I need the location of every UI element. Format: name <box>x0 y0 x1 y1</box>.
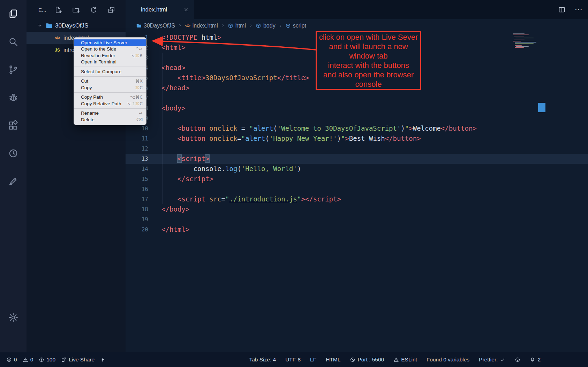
code-token: > <box>205 155 209 162</box>
status-label: Port : 5500 <box>357 357 384 363</box>
line-number: 14 <box>126 164 148 174</box>
activity-item-search[interactable] <box>8 36 19 47</box>
activity-item-edit-pen[interactable] <box>8 176 19 187</box>
tab-index-html[interactable]: index.html <box>126 0 194 19</box>
menu-item-shortcut: ⌘X <box>135 78 143 84</box>
code-token: <button <box>178 124 205 132</box>
code-line-19[interactable]: 19 <box>126 214 588 224</box>
more-actions-button[interactable]: ⋯ <box>575 6 582 14</box>
bell-icon <box>530 357 535 362</box>
new-folder-button[interactable] <box>72 6 80 14</box>
code-line-16[interactable]: 16 <box>126 184 588 194</box>
menu-item-label: Cut <box>81 78 88 84</box>
status-variables[interactable]: Found 0 variables <box>427 357 469 363</box>
menu-separator <box>74 67 146 67</box>
breadcrumb-separator-icon <box>178 23 182 28</box>
activity-item-settings[interactable] <box>8 312 19 323</box>
line-text: <!DOCTYPE html> <box>148 32 221 43</box>
new-file-button[interactable] <box>54 6 62 14</box>
status-warnings[interactable]: 0 <box>23 357 33 363</box>
breadcrumb-item-body[interactable]: body <box>256 23 276 29</box>
status-notifications[interactable]: 2 <box>530 357 541 363</box>
menu-item-open-in-terminal[interactable]: Open in Terminal <box>74 59 146 66</box>
menu-item-open-with-live-server[interactable]: Open with Live Server <box>74 39 146 46</box>
menu-item-delete[interactable]: Delete⌫ <box>74 116 146 123</box>
status-language-mode[interactable]: HTML <box>326 357 340 363</box>
code-line-9[interactable]: 9 <box>126 113 588 123</box>
code-line-8[interactable]: 8<body> <box>126 103 588 113</box>
editor-actions: ⋯ <box>558 0 582 19</box>
code-token: " <box>341 135 345 142</box>
menu-item-label: Copy Path <box>81 94 103 100</box>
smiley-icon <box>515 357 520 362</box>
status-bar-right: Tab Size: 4UTF-8LFHTMLPort : 5500ESLintF… <box>249 357 582 363</box>
code-line-11[interactable]: 11 <button onclick="alert('Happy New Yea… <box>126 133 588 144</box>
line-text: <title>30DaysOfJavaScript</title> <box>148 73 309 83</box>
overview-marker[interactable] <box>538 103 545 112</box>
activity-item-debug[interactable] <box>8 92 19 103</box>
refresh-explorer-icon <box>90 6 98 14</box>
activity-item-extensions[interactable] <box>8 120 19 131</box>
menu-item-copy[interactable]: Copy⌘C <box>74 84 146 91</box>
menu-item-shortcut: ^↵ <box>135 46 143 52</box>
code-line-13[interactable]: 13 <script> <box>126 154 588 164</box>
code-line-7[interactable]: 7 <box>126 93 588 103</box>
annotation-box: click on open with Live Severand it will… <box>316 31 421 90</box>
refresh-explorer-button[interactable] <box>90 6 98 14</box>
code-token: html <box>197 33 217 41</box>
code-line-17[interactable]: 17 <script src="./introduction.js"></scr… <box>126 194 588 204</box>
menu-item-cut[interactable]: Cut⌘X <box>74 78 146 85</box>
minimap[interactable] <box>513 33 543 48</box>
code-token: </button> <box>441 124 477 132</box>
menu-item-select-for-compare[interactable]: Select for Compare <box>74 68 146 75</box>
status-eslint[interactable]: ESLint <box>393 357 417 363</box>
status-info-count[interactable]: 100 <box>39 357 55 363</box>
line-text <box>148 53 161 63</box>
status-label: Prettier: <box>479 357 498 363</box>
code-line-14[interactable]: 14 console.log('Hello, World') <box>126 164 588 174</box>
status-live-share[interactable]: Live Share <box>61 357 95 363</box>
status-tab-size[interactable]: Tab Size: 4 <box>249 357 276 363</box>
code-token: console <box>194 165 221 173</box>
source-control-icon <box>8 64 19 75</box>
code-token: " <box>249 124 253 132</box>
breadcrumb-separator-icon <box>248 23 253 28</box>
menu-item-open-to-the-side[interactable]: Open to the Side^↵ <box>74 46 146 53</box>
code-token: ) <box>297 165 301 173</box>
status-errors[interactable]: 0 <box>6 357 17 363</box>
status-encoding[interactable]: UTF-8 <box>285 357 301 363</box>
breadcrumb-item-30daysofjs[interactable]: 30DaysOfJS <box>136 23 175 29</box>
code-line-18[interactable]: 18</body> <box>126 204 588 214</box>
line-number: 18 <box>126 204 148 214</box>
folder-item-30daysofjs[interactable]: 30DaysOfJS <box>27 20 126 32</box>
code-line-10[interactable]: 10 <button onclick = "alert('Welcome to … <box>126 123 588 133</box>
code-line-12[interactable]: 12 <box>126 144 588 154</box>
status-port[interactable]: Port : 5500 <box>350 357 384 363</box>
activity-item-source-control[interactable] <box>8 64 19 75</box>
menu-item-label: Delete <box>81 117 95 122</box>
menu-item-rename[interactable]: Rename↵ <box>74 110 146 117</box>
breadcrumb-item-index-html[interactable]: </>index.html <box>185 23 218 29</box>
breadcrumb-item-html[interactable]: html <box>228 23 246 29</box>
menu-item-shortcut: ⌫ <box>136 117 143 122</box>
close-icon[interactable] <box>183 7 189 13</box>
menu-item-copy-relative-path[interactable]: Copy Relative Path⌥⇧⌘C <box>74 100 146 107</box>
code-line-15[interactable]: 15 </script> <box>126 174 588 184</box>
status-eol[interactable]: LF <box>310 357 316 363</box>
menu-item-copy-path[interactable]: Copy Path⌥⌘C <box>74 94 146 101</box>
code-icon: </> <box>185 23 190 29</box>
search-icon <box>8 36 19 47</box>
code-line-20[interactable]: 20</html> <box>126 224 588 235</box>
activity-item-history[interactable] <box>8 148 19 159</box>
menu-item-reveal-in-finder[interactable]: Reveal in Finder⌥⌘R <box>74 52 146 59</box>
status-feedback[interactable] <box>515 357 520 362</box>
code-token: > <box>409 124 413 132</box>
menu-separator <box>74 76 146 77</box>
split-editor-button[interactable] <box>558 6 566 14</box>
status-quick-actions[interactable] <box>100 357 106 362</box>
breadcrumb-item-script[interactable]: script <box>285 23 306 29</box>
collapse-folders-button[interactable] <box>107 6 115 14</box>
code-token: </script> <box>178 175 213 183</box>
activity-item-explorer[interactable] <box>8 8 19 20</box>
status-prettier[interactable]: Prettier: <box>479 357 505 363</box>
